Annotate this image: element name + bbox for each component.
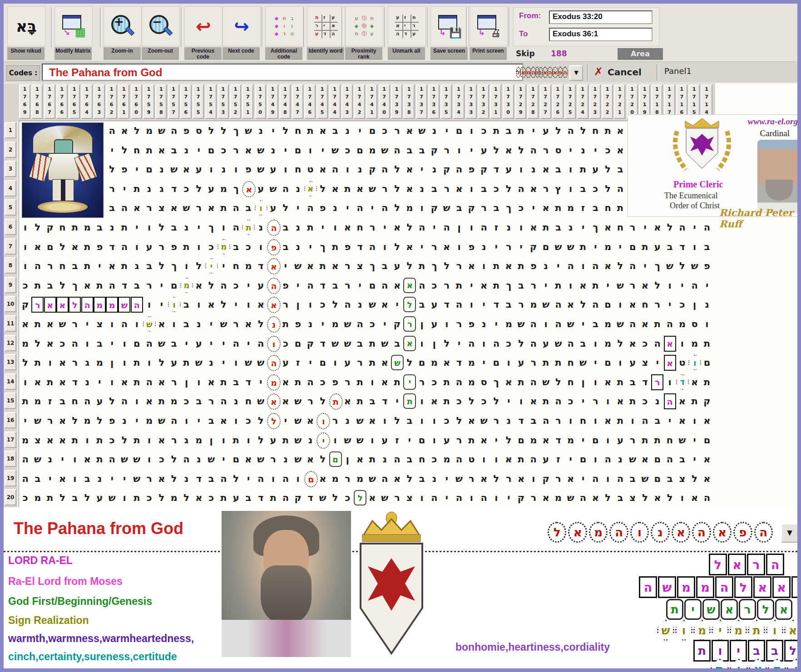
to-label: To [519, 29, 528, 39]
code-letter-mark-magenta-box[interactable]: א [56, 297, 69, 313]
cancel-x-icon: ✗ [594, 65, 603, 78]
code-letter-circle: ו [630, 522, 649, 543]
code-letter-mark-magenta-box[interactable]: א [664, 355, 676, 371]
column-header-1716: 1716 [676, 84, 687, 119]
code-letter-mark-green-box[interactable]: ל [403, 297, 416, 312]
matrix-row-19: הביאובניישראלנדבהליהוהויאמרמשהאלבנישראלר… [19, 469, 713, 488]
zoom-out-button[interactable]: − [142, 6, 180, 46]
code-letter-mark-green-box[interactable]: א [403, 278, 416, 293]
proximity-rank-icon: עⓘח ◈ⓞ◈ חⓣע [353, 15, 376, 38]
row-number-19: 19 [5, 470, 16, 486]
code-letter-mark-magenta-box[interactable]: מ [94, 297, 106, 313]
column-header-1764: 1764 [81, 84, 93, 119]
code-letter-mark-red-circle[interactable]: ה [267, 220, 281, 236]
code-letter-circle: ל [548, 522, 566, 543]
column-header-1747: 1747 [292, 84, 303, 119]
code-letter-mark-magenta-box[interactable]: ל [69, 297, 81, 313]
row-number-14: 14 [5, 373, 16, 390]
code-letter-mark-red-circle[interactable]: י [316, 432, 330, 449]
next-code-button[interactable]: ↪ [222, 6, 261, 46]
code-letter-mark-red-circle[interactable]: פ [267, 239, 281, 255]
matrix-row-14: ואתאדניואתהארןואתבדיואתהכפרתואתפרכתהמסךא… [19, 373, 713, 392]
matrix-row-6: ולקחתמבנתיולבניךוהזנובנתיואחריאלהיהןוהזנ… [19, 218, 713, 237]
column-header-1744: 1744 [329, 84, 341, 119]
unmark-all-button[interactable]: עזח איר הדע [388, 6, 426, 46]
column-header-1729: 1729 [515, 84, 526, 119]
column-header-1732: 1732 [478, 84, 489, 119]
identify-word-button[interactable]: חזע ריא עדה [307, 6, 345, 46]
show-nikud-button[interactable]: בָּא [7, 6, 45, 46]
row-number-1: 1 [5, 122, 16, 138]
codes-row: Codes : The Pahana from God הפאהאנוהמאל … [4, 63, 797, 83]
code-letter-mark-green-box[interactable]: ל [354, 490, 366, 505]
zoom-in-button[interactable]: + [104, 6, 142, 46]
code-letter-mark-red-circle[interactable]: ה [267, 278, 281, 294]
code-letter-mark-magenta-box[interactable]: ה [664, 393, 676, 409]
column-header-1727: 1727 [540, 84, 551, 119]
code-letter-mark-green-box[interactable]: ת [403, 393, 416, 409]
column-header-1769: 1769 [19, 84, 30, 119]
zoom-in-icon: + [110, 14, 135, 39]
code-letter-mark-magenta-box[interactable]: ש [118, 297, 130, 313]
column-header-1761: 1761 [118, 84, 129, 119]
save-screen-button[interactable]: ↳💾 [430, 6, 469, 46]
modify-matrix-icon: ↘▦ [62, 15, 85, 38]
code-letter-mark-red-circle[interactable]: ת [329, 393, 343, 410]
row-number-10: 10 [5, 296, 16, 312]
matrix-row-11: אתאשריצוהוראובנישראלאתפנימשהכיקרןעורפנימ… [19, 314, 713, 334]
from-input[interactable]: Exodus 33:20 [549, 10, 653, 24]
codes-dropdown-button[interactable]: ▼ [569, 65, 583, 81]
code-letter-mark-green-box[interactable]: ש [391, 355, 404, 370]
code-letter-mark-red-circle[interactable]: ו [267, 336, 281, 352]
code-letter-mark-magenta-box[interactable]: א [44, 297, 56, 313]
codes-input[interactable]: The Pahana from God [42, 64, 523, 81]
row-number-13: 13 [5, 354, 16, 370]
code-letter-mark-red-circle[interactable]: מ [267, 374, 281, 391]
proximity-rank-button[interactable]: עⓘח ◈ⓞ◈ חⓣע [345, 6, 383, 46]
code-letter-circle: מ [589, 522, 608, 543]
modify-matrix-button[interactable]: ↘▦ [54, 6, 93, 46]
code-letter-mark-magenta-box[interactable]: ר [651, 374, 663, 390]
translation-lord-ra-el: LORD RA-EL [8, 554, 73, 567]
order-name-line1: The Ecumenical [664, 191, 717, 201]
additional-code-button[interactable]: ◆חב ◆ונ ◆דט [265, 6, 303, 46]
signature-text: Richard Peter Ruff [719, 207, 797, 230]
code-letter-mark-magenta-box[interactable]: מ [106, 297, 118, 313]
column-header-1742: 1742 [354, 84, 365, 119]
previous-code-button[interactable]: ↩ [184, 6, 222, 46]
matrix-row-8: והרחבתיאתגבלךולאיחמדאישאתארצךבעלתךלראותא… [19, 256, 713, 275]
code-letter-mark-red-circle[interactable]: ו [316, 413, 330, 429]
code-letter-mark-green-box[interactable]: י [403, 374, 416, 390]
to-input[interactable]: Exodus 36:1 [549, 28, 653, 41]
bottom-dropdown-button[interactable]: ▼ [781, 524, 798, 543]
code-letter-circle: ה [609, 522, 628, 543]
code-letter-mark-magenta-box[interactable]: ה [131, 297, 143, 313]
identify-word-label: Identify word [307, 47, 344, 60]
code-letter-mark-magenta-box[interactable]: ר [31, 297, 44, 313]
code-letter-mark-green-box[interactable]: ר [403, 316, 416, 332]
cancel-button[interactable]: ✗Cancel [594, 65, 653, 80]
code-letter-mark-red-circle[interactable]: ל [267, 413, 281, 429]
legend-word-2: ראאלהממשה [638, 576, 801, 598]
row-number-20: 20 [5, 489, 16, 505]
code-matrix[interactable]: יאמריהוהאלמשהפסללךשנילחתאבניםכראשניםוכתב… [19, 121, 716, 508]
code-letter-mark-red-circle[interactable]: ם [304, 471, 318, 487]
code-letter-mark-red-circle[interactable]: א [267, 258, 281, 275]
range-box: From: Exodus 33:20 To Exodus 36:1 [513, 7, 659, 46]
area-button[interactable]: Area [618, 48, 663, 60]
code-letter-mark-green-box[interactable]: א [403, 336, 416, 351]
code-letter-mark-magenta-box[interactable]: ה [81, 297, 94, 313]
code-letter-mark-red-circle[interactable]: ה [267, 355, 281, 371]
kachina-picture [22, 123, 104, 218]
code-letter-mark-green-box[interactable]: ם [329, 451, 342, 467]
column-header-1734: 1734 [453, 84, 465, 119]
bible-codes-window: בָּא ↘▦ + − ↩ ↪ ◆חב ◆ונ ◆דט חזע ריא עדה … [0, 0, 801, 672]
code-letter-mark-magenta-box[interactable]: א [664, 336, 676, 352]
column-header-1723: 1723 [589, 84, 601, 119]
identify-word-icon: חזע ריא עדה [314, 15, 338, 38]
column-header-1736: 1736 [428, 84, 440, 119]
column-header-1748: 1748 [279, 84, 291, 119]
code-letter-mark-red-circle[interactable]: נ [267, 316, 281, 333]
print-screen-button[interactable]: ↳🖨 [470, 6, 508, 46]
column-header-1728: 1728 [527, 84, 539, 119]
